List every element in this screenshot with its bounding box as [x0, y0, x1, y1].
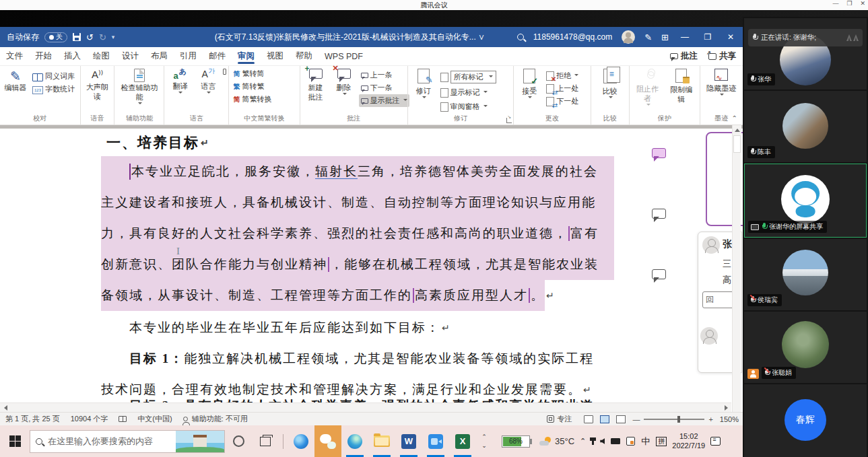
proofing-status[interactable] — [113, 416, 132, 422]
accept-button[interactable]: 接受 — [516, 67, 543, 102]
autosave-toggle[interactable]: 关 — [44, 32, 67, 42]
screen-share-tile[interactable]: 张谢华的屏幕共享 — [744, 164, 867, 238]
clock[interactable]: 15:02 2022/7/19 — [672, 432, 705, 451]
hide-ink-button[interactable]: 隐藏墨迹 — [704, 67, 738, 99]
tab-insert[interactable]: 插入 — [58, 47, 87, 65]
comment-bubble-icon[interactable] — [652, 209, 666, 219]
word-count-indicator[interactable]: 10904 个字 — [65, 414, 114, 424]
notification-center-icon[interactable] — [710, 437, 721, 446]
search-icon[interactable] — [517, 34, 524, 40]
display-icon[interactable] — [611, 438, 620, 444]
wechat-button[interactable] — [314, 425, 341, 457]
track-changes-button[interactable]: 修订 — [410, 67, 437, 102]
ribbon-collapse-icon[interactable]: ⌃ — [732, 114, 737, 122]
zoom-out-icon[interactable]: — — [632, 415, 640, 423]
reject-button[interactable]: 拒绝 — [544, 69, 580, 82]
delete-comment-button[interactable]: 删除 — [331, 67, 358, 98]
previous-change-button[interactable]: 上一处 — [544, 82, 580, 95]
ime-pinyin-icon[interactable]: 拼 — [656, 437, 667, 446]
file-explorer-button[interactable] — [368, 425, 395, 457]
pen-mode-icon[interactable]: ✎ — [644, 32, 652, 42]
reviewing-pane-button[interactable]: 审阅窗格 — [438, 100, 498, 113]
word-count-button[interactable]: 123 字数统计 — [30, 83, 77, 96]
tab-review[interactable]: 审阅 — [232, 47, 261, 65]
next-comment-button[interactable]: 下一条 — [359, 81, 409, 94]
compare-button[interactable]: 比较 — [597, 67, 624, 102]
ime-user-icon[interactable] — [626, 437, 635, 446]
word-app-button[interactable]: W — [395, 425, 422, 457]
show-comments-button[interactable]: 显示批注 — [359, 94, 409, 107]
weather-widget[interactable]: 35°C — [539, 436, 574, 446]
comment-bubble-icon-active[interactable] — [652, 148, 666, 158]
participant-tile[interactable]: 陈丰 — [744, 91, 867, 162]
tab-draw[interactable]: 绘图 — [87, 47, 116, 65]
vertical-scrollbar[interactable] — [732, 125, 741, 412]
search-doodle-image[interactable] — [176, 431, 224, 452]
comment-bubble-icon[interactable] — [652, 269, 666, 279]
zoom-thumb[interactable] — [677, 416, 680, 423]
tab-references[interactable]: 引用 — [174, 47, 203, 65]
zoom-slider[interactable]: — + — [632, 415, 712, 423]
tab-design[interactable]: 设计 — [116, 47, 145, 65]
document-area[interactable]: 一、培养目标 ↵ 本专业立足皖北，服务安徽，辐射长三角，培养德智体美劳全面发展的… — [0, 125, 743, 412]
tencent-meeting-button[interactable] — [422, 425, 449, 457]
account-email[interactable]: 1185961478@qq.com — [533, 32, 612, 42]
hidden-icons-chevron[interactable]: ⌃ — [580, 437, 586, 446]
redo-icon[interactable]: ↻ — [99, 32, 106, 42]
pin-icon[interactable] — [592, 437, 594, 445]
undo-icon[interactable]: ↺ — [86, 32, 94, 42]
language-indicator[interactable]: 中文(中国) — [132, 414, 177, 424]
document-title[interactable]: (石文可7.13反馈)张新民修改与批注-2021版-机械设计制造及其自动化专..… — [215, 32, 485, 43]
participant-tile[interactable]: 春辉 刘春辉 — [744, 384, 867, 457]
next-change-button[interactable]: 下一处 — [544, 95, 580, 108]
print-layout-icon[interactable] — [600, 415, 609, 423]
all-markup-dropdown[interactable]: 所有标记 — [438, 69, 498, 85]
excel-app-button[interactable]: X — [449, 425, 476, 457]
taskbar-scroll-arrows[interactable]: ⌃ ⌄ — [476, 433, 492, 449]
tab-layout[interactable]: 布局 — [145, 47, 174, 65]
taskbar-search[interactable]: 在这里输入你要搜索的内容 — [30, 430, 225, 453]
check-accessibility-button[interactable]: 检查辅助功能 — [118, 67, 161, 108]
horizontal-scrollbar[interactable] — [0, 402, 731, 412]
focus-button[interactable]: 专注 — [541, 414, 577, 424]
scroll-down-icon[interactable]: ⌄ — [481, 442, 487, 449]
keyboard-icon[interactable] — [223, 69, 226, 75]
simp-to-trad-button[interactable]: 繁 简转繁 — [231, 80, 273, 93]
language-button[interactable]: 语言 — [195, 67, 222, 97]
page-indicator[interactable]: 第 1 页, 共 25 页 — [0, 414, 65, 424]
close-icon[interactable]: ✕ — [860, 0, 865, 7]
previous-comment-button[interactable]: 上一条 — [359, 69, 409, 81]
cortana-button[interactable] — [225, 425, 252, 457]
zoom-in-icon[interactable]: + — [708, 415, 712, 423]
scroll-up-icon[interactable] — [733, 125, 741, 134]
translate-button[interactable]: 翻译 — [166, 67, 193, 97]
tab-file[interactable]: 文件 — [0, 47, 29, 65]
zoom-level[interactable]: 150% — [720, 415, 739, 423]
vertical-scroll-thumb[interactable] — [733, 135, 741, 153]
comments-button[interactable]: 批注 — [670, 50, 698, 62]
scroll-right-icon[interactable] — [722, 403, 731, 413]
quick-access-caret-icon[interactable]: ▾ — [112, 34, 115, 40]
ribbon-options-icon[interactable]: ⊞ — [661, 32, 669, 42]
minimize-icon[interactable]: — — [832, 0, 838, 7]
restrict-editing-button[interactable]: 限制编辑 — [665, 67, 698, 106]
edge-button[interactable] — [288, 425, 314, 457]
thesaurus-button[interactable]: 同义词库 — [30, 70, 77, 83]
scroll-left-icon[interactable] — [0, 403, 9, 413]
web-layout-icon[interactable] — [616, 415, 626, 423]
account-avatar[interactable] — [622, 30, 635, 44]
share-button[interactable]: 共享 — [708, 50, 736, 62]
window-close-icon[interactable]: ✕ — [724, 32, 737, 42]
show-markup-button[interactable]: 显示标记 — [438, 86, 498, 99]
read-aloud-button[interactable]: A⁾⁾ 大声朗读 — [83, 67, 112, 102]
tab-mailings[interactable]: 邮件 — [203, 47, 232, 65]
window-restore-icon[interactable]: ❐ — [701, 32, 714, 42]
restore-icon[interactable]: ❐ — [846, 0, 852, 7]
tab-help[interactable]: 帮助 — [290, 47, 319, 65]
save-icon[interactable] — [73, 33, 81, 41]
participant-tile[interactable]: 张聪娟 — [744, 312, 867, 383]
battery-widget[interactable]: 68% — [502, 435, 530, 448]
trad-to-simp-button[interactable]: 简 繁转简 — [231, 67, 273, 80]
read-mode-icon[interactable] — [584, 415, 593, 423]
ime-chinese[interactable]: 中 — [641, 435, 650, 448]
